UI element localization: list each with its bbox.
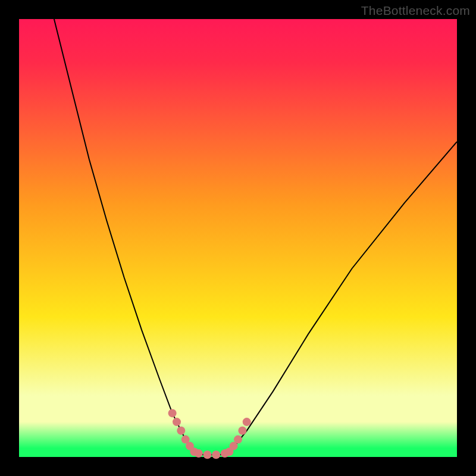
marker-dot <box>177 427 185 435</box>
marker-dot <box>203 450 212 459</box>
marker-dot <box>243 418 251 426</box>
marker-dot <box>173 418 181 426</box>
watermark-text: TheBottleneck.com <box>361 4 470 18</box>
right-curve <box>229 142 457 453</box>
marker-dot <box>195 449 203 458</box>
marker-dot <box>238 427 246 435</box>
left-curve <box>54 19 195 453</box>
marker-group <box>168 409 251 459</box>
curve-layer <box>19 19 457 457</box>
plot-area <box>19 19 457 457</box>
marker-dot <box>234 436 242 444</box>
marker-dot <box>212 450 220 459</box>
marker-dot <box>168 409 177 417</box>
chart-frame: TheBottleneck.com <box>0 0 476 476</box>
